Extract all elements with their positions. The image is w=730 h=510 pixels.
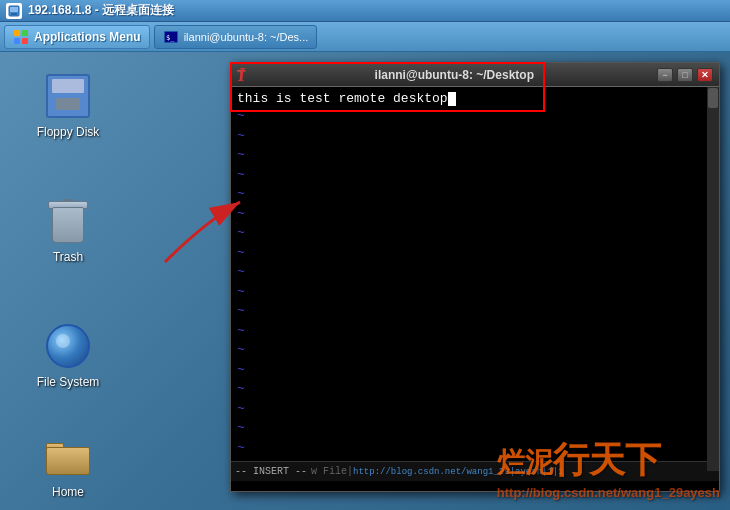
tilde-1: ~: [237, 106, 713, 126]
terminal-statusbar: -- INSERT -- w File| http://blog.csdn.ne…: [231, 461, 719, 481]
terminal-close-button[interactable]: ✕: [697, 68, 713, 82]
floppy-disk-label: Floppy Disk: [33, 124, 104, 140]
floppy-disk-icon[interactable]: Floppy Disk: [28, 72, 108, 140]
home-label: Home: [48, 484, 88, 500]
terminal-statusbar-url: http://blog.csdn.net/wang1_29|ayesh|1|1: [353, 467, 564, 477]
terminal-tilde-lines: ~ ~ ~ ~ ~ ~ ~ ~ ~ ~ ~ ~ ~ ~ ~ ~ ~ ~ ~ ~: [237, 106, 713, 461]
home-icon[interactable]: Home: [28, 432, 108, 500]
tilde-11: ~: [237, 301, 713, 321]
title-bar-icon: [6, 3, 22, 19]
file-system-image: [44, 322, 92, 370]
tilde-15: ~: [237, 379, 713, 399]
home-image: [44, 432, 92, 480]
trash-image: [44, 197, 92, 245]
tilde-3: ~: [237, 145, 713, 165]
floppy-disk-image: [44, 72, 92, 120]
terminal-minimize-button[interactable]: −: [657, 68, 673, 82]
title-bar: 192.168.1.8 - 远程桌面连接: [0, 0, 730, 22]
terminal-maximize-button[interactable]: □: [677, 68, 693, 82]
svg-text:$_: $_: [166, 34, 175, 42]
svg-rect-4: [22, 30, 28, 36]
tilde-13: ~: [237, 340, 713, 360]
tilde-8: ~: [237, 243, 713, 263]
svg-rect-6: [22, 38, 28, 44]
trash-icon[interactable]: Trash: [28, 197, 108, 265]
svg-rect-5: [14, 38, 20, 44]
tilde-17: ~: [237, 418, 713, 438]
tilde-6: ~: [237, 204, 713, 224]
scrollbar-thumb[interactable]: [708, 88, 718, 108]
terminal-taskbar-button[interactable]: $_ ilanni@ubuntu-8: ~/Des...: [154, 25, 318, 49]
terminal-line-1: this is test remote desktop: [237, 91, 713, 106]
trash-label: Trash: [49, 249, 87, 265]
terminal-statusbar-file: w File|: [311, 466, 353, 477]
tilde-10: ~: [237, 282, 713, 302]
svg-rect-2: [11, 13, 17, 15]
tilde-5: ~: [237, 184, 713, 204]
applications-menu-button[interactable]: Applications Menu: [4, 25, 150, 49]
svg-rect-1: [10, 7, 18, 12]
file-system-icon[interactable]: File System: [28, 322, 108, 390]
tilde-18: ~: [237, 438, 713, 458]
tilde-9: ~: [237, 262, 713, 282]
tilde-14: ~: [237, 360, 713, 380]
tilde-2: ~: [237, 126, 713, 146]
terminal-title-text: ilanni@ubuntu-8: ~/Desktop: [252, 68, 657, 82]
terminal-taskbar-label: ilanni@ubuntu-8: ~/Des...: [184, 31, 309, 43]
terminal-controls: − □ ✕: [657, 68, 713, 82]
file-system-label: File System: [33, 374, 104, 390]
tilde-16: ~: [237, 399, 713, 419]
svg-rect-3: [14, 30, 20, 36]
title-bar-text: 192.168.1.8 - 远程桌面连接: [28, 2, 174, 19]
taskbar: Applications Menu $_ ilanni@ubuntu-8: ~/…: [0, 22, 730, 52]
desktop: Floppy Disk Trash File System Home: [0, 52, 730, 510]
terminal-titlebar: T ilanni@ubuntu-8: ~/Desktop − □ ✕: [231, 63, 719, 87]
terminal-content[interactable]: this is test remote desktop ~ ~ ~ ~ ~ ~ …: [231, 87, 719, 461]
tilde-4: ~: [237, 165, 713, 185]
applications-menu-label: Applications Menu: [34, 30, 141, 44]
terminal-title-icon: T: [237, 67, 246, 83]
terminal-statusbar-text: -- INSERT --: [235, 466, 307, 477]
applications-menu-icon: [13, 29, 29, 45]
tilde-7: ~: [237, 223, 713, 243]
terminal-window[interactable]: T ilanni@ubuntu-8: ~/Desktop − □ ✕ this …: [230, 62, 720, 492]
terminal-scrollbar[interactable]: [707, 87, 719, 471]
terminal-taskbar-icon: $_: [163, 29, 179, 45]
tilde-12: ~: [237, 321, 713, 341]
